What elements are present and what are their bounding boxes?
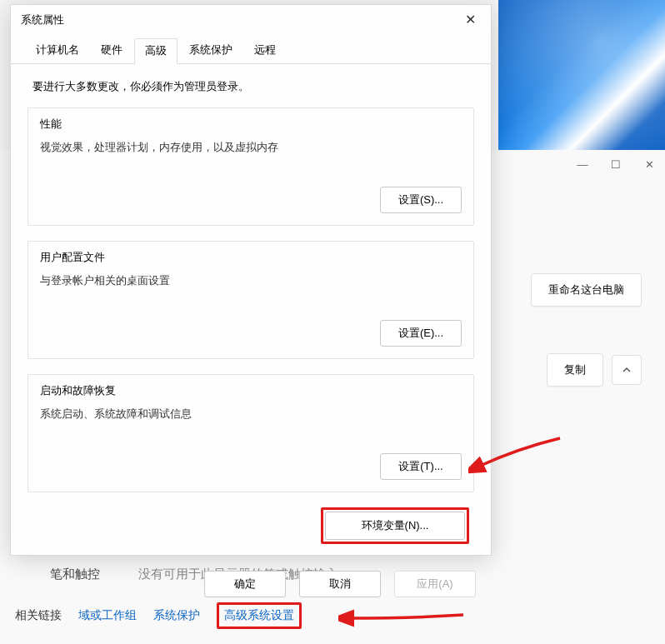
group-performance-title: 性能 xyxy=(40,117,462,132)
group-startup-desc: 系统启动、系统故障和调试信息 xyxy=(40,407,462,422)
admin-required-text: 要进行大多数更改，你必须作为管理员登录。 xyxy=(32,79,474,94)
environment-variables-button[interactable]: 环境变量(N)... xyxy=(325,512,465,540)
close-icon[interactable]: ✕ xyxy=(458,10,482,29)
group-performance-desc: 视觉效果，处理器计划，内存使用，以及虚拟内存 xyxy=(40,140,462,155)
copy-button[interactable]: 复制 xyxy=(547,353,603,387)
group-performance: 性能 视觉效果，处理器计划，内存使用，以及虚拟内存 设置(S)... xyxy=(28,107,474,226)
tab-hardware[interactable]: 硬件 xyxy=(91,38,132,64)
window-controls: — ☐ ✕ xyxy=(577,158,655,170)
link-domain-workgroup[interactable]: 域或工作组 xyxy=(78,608,137,623)
group-user-profile-title: 用户配置文件 xyxy=(40,250,462,265)
maximize-icon[interactable]: ☐ xyxy=(610,158,622,170)
related-links-label: 相关链接 xyxy=(15,608,62,623)
settings-performance-button[interactable]: 设置(S)... xyxy=(380,187,462,213)
system-properties-dialog: 系统属性 ✕ 计算机名 硬件 高级 系统保护 远程 要进行大多数更改，你必须作为… xyxy=(10,4,492,556)
chevron-up-icon[interactable] xyxy=(612,355,642,385)
tab-system-protection[interactable]: 系统保护 xyxy=(179,38,242,64)
cancel-button[interactable]: 取消 xyxy=(299,571,381,597)
dialog-tabs: 计算机名 硬件 高级 系统保护 远程 xyxy=(11,29,491,64)
tab-remote[interactable]: 远程 xyxy=(244,38,286,64)
dialog-title: 系统属性 xyxy=(21,12,64,27)
desktop-wallpaper xyxy=(498,0,665,150)
dialog-footer: 确定 取消 应用(A) xyxy=(11,567,491,609)
settings-user-profile-button[interactable]: 设置(E)... xyxy=(380,320,462,347)
group-startup-recovery: 启动和故障恢复 系统启动、系统故障和调试信息 设置(T)... xyxy=(28,374,474,492)
group-user-profile-desc: 与登录帐户相关的桌面设置 xyxy=(40,273,462,288)
settings-startup-button[interactable]: 设置(T)... xyxy=(380,453,462,480)
group-user-profile: 用户配置文件 与登录帐户相关的桌面设置 设置(E)... xyxy=(28,241,474,359)
group-startup-title: 启动和故障恢复 xyxy=(40,383,462,398)
ok-button[interactable]: 确定 xyxy=(204,571,286,597)
apply-button[interactable]: 应用(A) xyxy=(394,571,476,597)
minimize-icon[interactable]: — xyxy=(577,158,588,170)
dialog-titlebar[interactable]: 系统属性 ✕ xyxy=(11,5,491,29)
rename-pc-button[interactable]: 重命名这台电脑 xyxy=(531,273,642,307)
close-icon[interactable]: ✕ xyxy=(643,158,655,170)
tab-advanced[interactable]: 高级 xyxy=(134,38,178,64)
env-vars-highlight: 环境变量(N)... xyxy=(321,507,469,544)
link-system-protection[interactable]: 系统保护 xyxy=(153,608,200,623)
tab-computer-name[interactable]: 计算机名 xyxy=(26,38,89,64)
